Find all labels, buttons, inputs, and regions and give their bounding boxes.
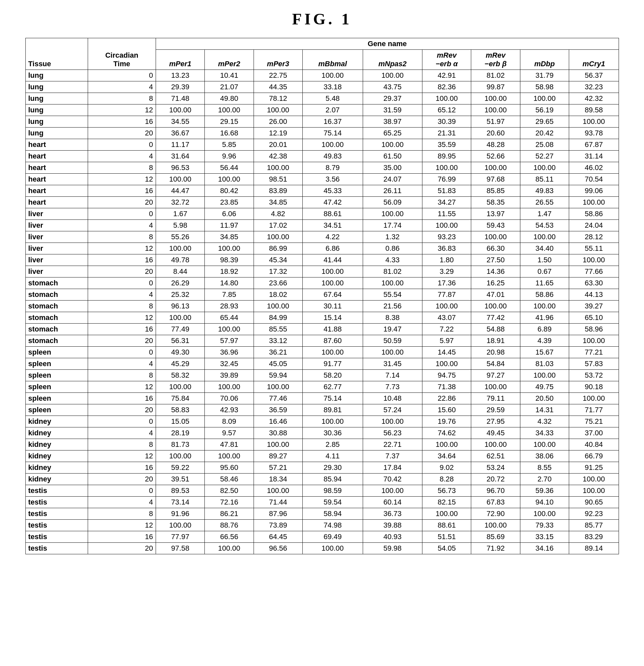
- data-cell: 42.32: [569, 93, 618, 104]
- tissue-cell: spleen: [26, 358, 88, 370]
- data-cell: 100.00: [156, 174, 204, 185]
- time-cell: 0: [88, 70, 156, 82]
- data-cell: 59.94: [254, 370, 302, 381]
- data-cell: 20.01: [254, 139, 302, 151]
- data-cell: 44.47: [156, 185, 204, 197]
- data-cell: 31.45: [363, 358, 422, 370]
- data-cell: 85.11: [520, 174, 569, 185]
- data-cell: 95.60: [205, 462, 254, 474]
- data-cell: 54.88: [471, 323, 520, 335]
- time-cell: 0: [88, 485, 156, 497]
- data-cell: 24.04: [569, 220, 618, 231]
- data-cell: 15.05: [156, 416, 204, 427]
- table-row: lung12100.00100.00100.002.0731.5965.1210…: [26, 104, 618, 116]
- tissue-cell: lung: [26, 116, 88, 127]
- data-cell: 8.55: [520, 462, 569, 474]
- tissue-cell: heart: [26, 174, 88, 185]
- data-cell: 75.14: [302, 393, 363, 404]
- data-cell: 22.75: [254, 70, 302, 82]
- data-cell: 32.45: [205, 358, 254, 370]
- data-cell: 54.53: [520, 220, 569, 231]
- data-cell: 51.83: [422, 185, 471, 197]
- data-cell: 19.47: [363, 323, 422, 335]
- data-cell: 65.25: [363, 127, 422, 139]
- data-cell: 8.44: [156, 266, 204, 278]
- tissue-cell: stomach: [26, 300, 88, 312]
- data-cell: 100.00: [363, 416, 422, 427]
- data-cell: 91.25: [569, 462, 618, 474]
- table-row: spleen1675.8470.0677.4675.1410.4822.8679…: [26, 393, 618, 404]
- data-cell: 20.50: [520, 393, 569, 404]
- tissue-cell: spleen: [26, 393, 88, 404]
- data-cell: 31.64: [156, 151, 204, 162]
- data-cell: 77.21: [569, 347, 618, 358]
- data-cell: 22.86: [422, 393, 471, 404]
- table-row: lung1634.5529.1526.0016.3738.9730.3951.9…: [26, 116, 618, 127]
- data-cell: 8.09: [205, 416, 254, 427]
- data-cell: 90.18: [569, 381, 618, 393]
- data-cell: 100.00: [302, 139, 363, 151]
- tissue-cell: testis: [26, 508, 88, 520]
- data-cell: 81.02: [363, 266, 422, 278]
- time-cell: 16: [88, 462, 156, 474]
- data-cell: 99.06: [569, 185, 618, 197]
- data-cell: 100.00: [205, 243, 254, 255]
- data-cell: 40.84: [569, 439, 618, 451]
- data-cell: 59.43: [471, 220, 520, 231]
- data-cell: 100.00: [422, 162, 471, 174]
- data-cell: 100.00: [254, 439, 302, 451]
- data-cell: 77.66: [569, 266, 618, 278]
- data-cell: 58.94: [302, 508, 363, 520]
- time-cell: 12: [88, 243, 156, 255]
- time-cell: 0: [88, 347, 156, 358]
- data-cell: 84.99: [254, 312, 302, 323]
- data-cell: 93.78: [569, 127, 618, 139]
- data-cell: 100.00: [520, 93, 569, 104]
- data-cell: 40.93: [363, 531, 422, 543]
- data-cell: 2.70: [520, 474, 569, 485]
- table-row: stomach1677.49100.0085.5541.8819.477.225…: [26, 323, 618, 335]
- table-row: stomach12100.0065.4484.9915.148.3843.077…: [26, 312, 618, 323]
- data-cell: 89.95: [422, 151, 471, 162]
- time-cell: 20: [88, 266, 156, 278]
- tissue-cell: kidney: [26, 427, 88, 439]
- time-cell: 20: [88, 127, 156, 139]
- data-cell: 39.88: [363, 520, 422, 531]
- data-cell: 89.14: [569, 543, 618, 554]
- data-cell: 12.19: [254, 127, 302, 139]
- data-cell: 58.46: [205, 474, 254, 485]
- data-cell: 100.00: [156, 381, 204, 393]
- data-cell: 53.72: [569, 370, 618, 381]
- table-row: liver12100.00100.0086.996.860.8636.8366.…: [26, 243, 618, 255]
- data-cell: 25.08: [520, 139, 569, 151]
- data-cell: 52.27: [520, 151, 569, 162]
- data-cell: 100.00: [471, 231, 520, 243]
- tissue-cell: stomach: [26, 312, 88, 323]
- data-cell: 11.65: [520, 278, 569, 289]
- data-cell: 29.59: [471, 404, 520, 416]
- data-cell: 57.97: [205, 335, 254, 347]
- data-cell: 41.96: [520, 312, 569, 323]
- data-cell: 71.48: [156, 93, 204, 104]
- data-cell: 45.33: [302, 185, 363, 197]
- data-cell: 5.85: [205, 139, 254, 151]
- tissue-cell: liver: [26, 243, 88, 255]
- data-cell: 72.16: [205, 497, 254, 508]
- tissue-cell: kidney: [26, 439, 88, 451]
- table-row: liver855.2634.85100.004.221.3293.23100.0…: [26, 231, 618, 243]
- data-cell: 30.36: [302, 427, 363, 439]
- data-cell: 77.97: [156, 531, 204, 543]
- header-row-1: Tissue Circadian Time Gene name: [26, 38, 618, 50]
- data-cell: 16.37: [302, 116, 363, 127]
- data-cell: 100.00: [205, 451, 254, 462]
- data-cell: 86.99: [254, 243, 302, 255]
- data-cell: 28.93: [205, 300, 254, 312]
- data-cell: 11.17: [156, 139, 204, 151]
- data-cell: 100.00: [156, 243, 204, 255]
- data-table: Tissue Circadian Time Gene name mPer1mPe…: [26, 38, 619, 554]
- table-row: kidney1659.2295.6057.2129.3017.849.0253.…: [26, 462, 618, 474]
- data-cell: 15.60: [422, 404, 471, 416]
- time-cell: 4: [88, 220, 156, 231]
- time-cell: 16: [88, 531, 156, 543]
- data-cell: 85.69: [471, 531, 520, 543]
